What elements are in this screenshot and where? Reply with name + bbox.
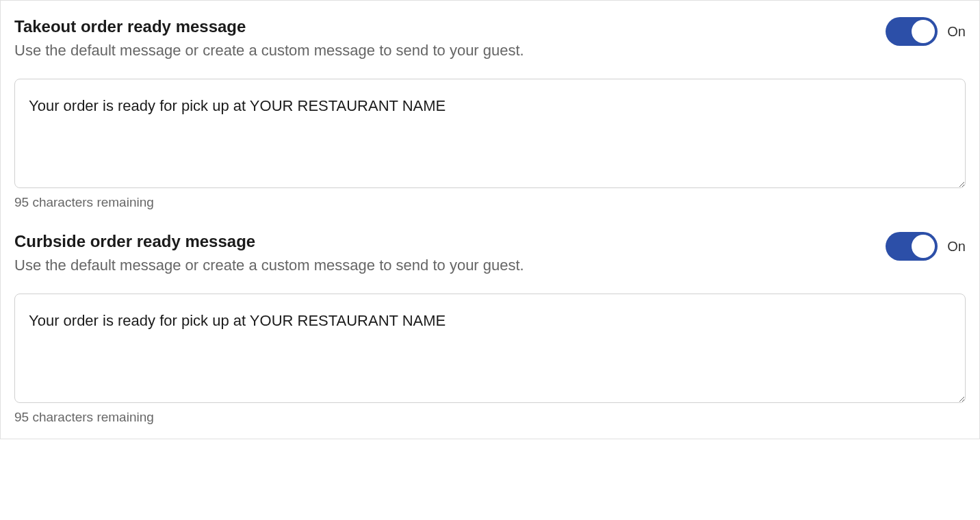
takeout-description: Use the default message or create a cust… bbox=[14, 42, 524, 60]
takeout-toggle-knob bbox=[912, 20, 935, 43]
curbside-char-count: 95 characters remaining bbox=[14, 410, 966, 425]
takeout-message-section: Takeout order ready message Use the defa… bbox=[14, 17, 966, 210]
takeout-toggle-wrap: On bbox=[886, 17, 966, 46]
takeout-header-row: Takeout order ready message Use the defa… bbox=[14, 17, 966, 79]
curbside-textarea-wrap bbox=[14, 294, 966, 406]
takeout-toggle-label: On bbox=[947, 24, 966, 40]
curbside-message-section: Curbside order ready message Use the def… bbox=[14, 232, 966, 425]
curbside-header-text: Curbside order ready message Use the def… bbox=[14, 232, 524, 294]
curbside-toggle-label: On bbox=[947, 239, 966, 255]
takeout-header-text: Takeout order ready message Use the defa… bbox=[14, 17, 524, 79]
curbside-toggle[interactable] bbox=[886, 232, 938, 261]
takeout-char-count: 95 characters remaining bbox=[14, 195, 966, 210]
curbside-title: Curbside order ready message bbox=[14, 232, 524, 251]
curbside-description: Use the default message or create a cust… bbox=[14, 257, 524, 274]
curbside-toggle-wrap: On bbox=[886, 232, 966, 261]
curbside-toggle-knob bbox=[912, 235, 935, 258]
settings-panel: Takeout order ready message Use the defa… bbox=[0, 0, 980, 439]
takeout-textarea-wrap bbox=[14, 79, 966, 191]
curbside-message-input[interactable] bbox=[14, 294, 966, 403]
takeout-toggle[interactable] bbox=[886, 17, 938, 46]
takeout-title: Takeout order ready message bbox=[14, 17, 524, 36]
takeout-message-input[interactable] bbox=[14, 79, 966, 188]
curbside-header-row: Curbside order ready message Use the def… bbox=[14, 232, 966, 294]
